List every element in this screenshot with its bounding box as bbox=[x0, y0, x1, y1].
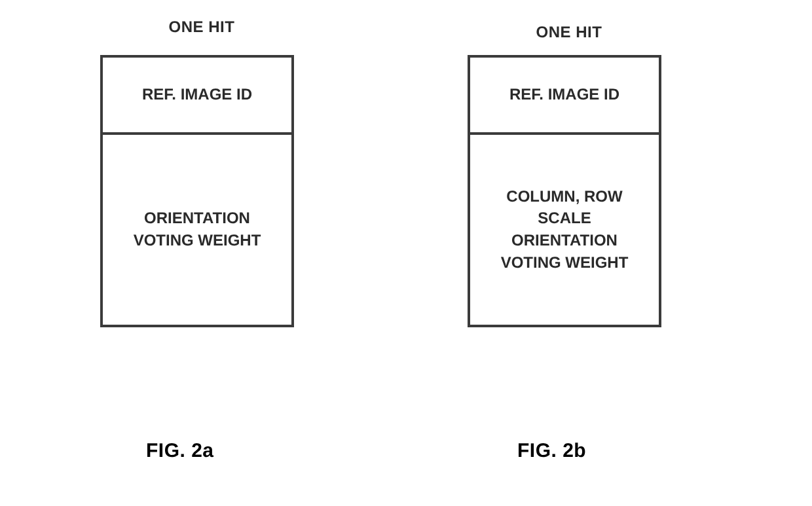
fig2a-ref-image-id: REF. IMAGE ID bbox=[142, 84, 252, 106]
fig2a-orientation: ORIENTATION bbox=[144, 208, 250, 230]
fig2b-column-row: COLUMN, ROW bbox=[506, 186, 622, 208]
fig2b-bottom-cell: COLUMN, ROW SCALE ORIENTATION VOTING WEI… bbox=[470, 135, 659, 325]
fig2a-top-cell: REF. IMAGE ID bbox=[103, 58, 291, 135]
fig2b-orientation: ORIENTATION bbox=[511, 230, 618, 252]
figure-2a: ONE HIT REF. IMAGE ID ORIENTATION VOTING… bbox=[100, 18, 303, 327]
fig2b-title: ONE HIT bbox=[468, 24, 671, 42]
fig2b-scale: SCALE bbox=[538, 208, 591, 230]
fig2b-ref-image-id: REF. IMAGE ID bbox=[509, 84, 619, 106]
fig2a-box: REF. IMAGE ID ORIENTATION VOTING WEIGHT bbox=[100, 55, 294, 327]
fig2a-bottom-cell: ORIENTATION VOTING WEIGHT bbox=[103, 135, 291, 325]
figure-2b: ONE HIT REF. IMAGE ID COLUMN, ROW SCALE … bbox=[468, 24, 671, 327]
fig2a-caption: FIG. 2a bbox=[146, 440, 214, 462]
fig2b-caption: FIG. 2b bbox=[517, 440, 586, 462]
fig2a-title: ONE HIT bbox=[100, 18, 303, 37]
fig2a-voting-weight: VOTING WEIGHT bbox=[134, 230, 261, 252]
fig2b-box: REF. IMAGE ID COLUMN, ROW SCALE ORIENTAT… bbox=[468, 55, 661, 327]
fig2b-top-cell: REF. IMAGE ID bbox=[470, 58, 659, 135]
fig2b-voting-weight: VOTING WEIGHT bbox=[501, 252, 629, 274]
